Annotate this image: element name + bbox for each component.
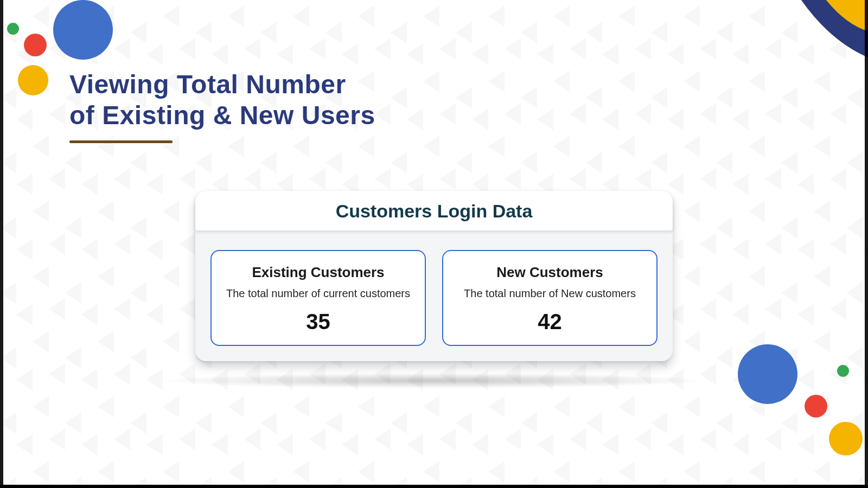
title-underline <box>69 140 173 143</box>
page-edge-left <box>0 0 3 488</box>
stat-title: Existing Customers <box>221 264 415 281</box>
stat-title: New Customers <box>453 264 647 281</box>
panel-floor-shadow <box>157 373 711 388</box>
stat-description: The total number of New customers <box>453 287 647 300</box>
page-title: Viewing Total Number of Existing & New U… <box>69 69 375 131</box>
page-edge-bottom <box>0 485 868 488</box>
panel-header: Customers Login Data <box>195 191 673 230</box>
page-edge-right <box>865 0 868 488</box>
panel-heading: Customers Login Data <box>201 201 667 222</box>
page-title-block: Viewing Total Number of Existing & New U… <box>69 69 375 143</box>
dot-green-icon <box>837 365 849 377</box>
dot-blue-icon <box>53 0 113 60</box>
page-title-line2: of Existing & New Users <box>69 101 375 130</box>
dot-gold-icon <box>18 65 48 95</box>
existing-customers-card: Existing Customers The total number of c… <box>210 250 426 346</box>
page-title-line1: Viewing Total Number <box>69 70 346 99</box>
new-customers-card: New Customers The total number of New cu… <box>442 250 658 346</box>
dot-green-icon <box>7 23 19 35</box>
corner-accent-icon <box>765 0 868 70</box>
dot-red-icon <box>805 395 827 418</box>
customers-login-panel: Customers Login Data Existing Customers … <box>195 191 673 361</box>
dot-blue-icon <box>738 344 797 404</box>
stat-cards-row: Existing Customers The total number of c… <box>195 230 673 346</box>
dot-gold-icon <box>829 422 863 455</box>
stat-value: 42 <box>453 310 647 334</box>
dot-red-icon <box>24 34 47 56</box>
stat-description: The total number of current customers <box>221 287 415 300</box>
stat-value: 35 <box>221 310 415 334</box>
